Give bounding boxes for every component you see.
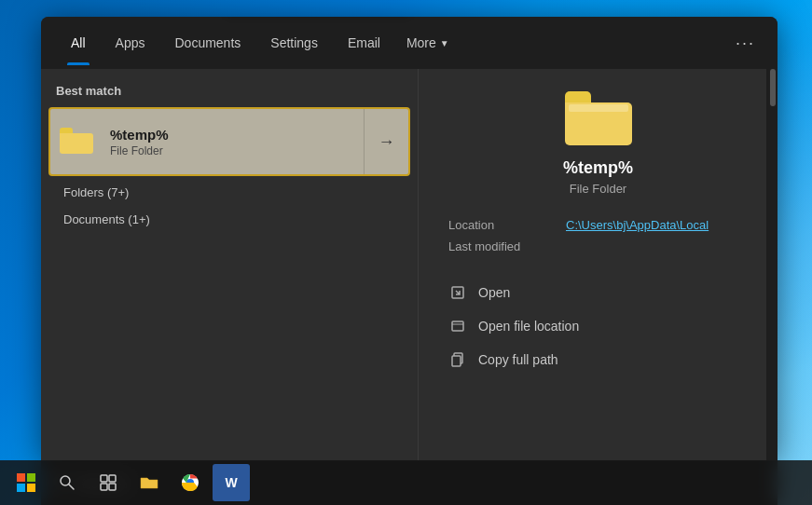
open-file-location-icon	[448, 317, 467, 335]
action-list: Open Open file location	[448, 276, 748, 376]
svg-rect-1	[452, 321, 463, 331]
folders-section[interactable]: Folders (7+)	[48, 180, 410, 205]
svg-rect-10	[109, 475, 116, 482]
folder-shine	[569, 104, 628, 112]
tab-documents[interactable]: Documents	[159, 20, 255, 65]
more-options-button[interactable]: ···	[728, 26, 763, 61]
task-view-button[interactable]	[89, 464, 127, 501]
taskbar-search-button[interactable]	[48, 464, 86, 501]
scrollbar-thumb[interactable]	[770, 69, 776, 106]
left-panel: Best match %temp% File Folder	[41, 69, 419, 460]
best-match-item[interactable]: %temp% File Folder →	[48, 107, 410, 176]
best-match-type: File Folder	[110, 144, 356, 157]
svg-rect-6	[17, 484, 25, 492]
svg-rect-3	[452, 356, 461, 366]
folder-body	[60, 133, 93, 154]
tab-all[interactable]: All	[56, 20, 101, 65]
folder-icon-large	[565, 91, 632, 147]
svg-rect-12	[109, 484, 116, 490]
tab-settings[interactable]: Settings	[255, 20, 333, 65]
best-match-text: %temp% File Folder	[103, 116, 364, 169]
location-label: Location	[448, 218, 551, 232]
main-content: Best match %temp% File Folder	[41, 69, 778, 460]
svg-rect-9	[101, 475, 107, 482]
best-match-open-arrow[interactable]: →	[364, 109, 408, 174]
start-menu: All Apps Documents Settings Email More ▼…	[41, 17, 778, 460]
detail-type: File Folder	[448, 182, 748, 196]
tab-more[interactable]: More ▼	[395, 20, 461, 65]
svg-rect-5	[27, 473, 35, 482]
right-panel: %temp% File Folder Location C:\Users\bj\…	[419, 69, 778, 460]
scrollbar[interactable]	[766, 69, 778, 460]
tab-email[interactable]: Email	[333, 20, 395, 65]
best-match-name: %temp%	[110, 127, 356, 143]
word-button[interactable]: W	[213, 464, 250, 501]
action-copy-path[interactable]: Copy full path	[448, 343, 748, 376]
action-open-file-location[interactable]: Open file location	[448, 309, 748, 343]
location-value[interactable]: C:\Users\bj\AppData\Local	[566, 218, 709, 232]
location-row: Location C:\Users\bj\AppData\Local	[448, 218, 748, 232]
tab-apps[interactable]: Apps	[101, 20, 160, 65]
windows-start-button[interactable]	[7, 464, 45, 501]
open-icon	[448, 283, 467, 302]
copy-path-icon	[448, 350, 467, 369]
taskbar: W	[0, 460, 812, 505]
folder-icon-small	[60, 128, 93, 156]
best-match-label: Best match	[41, 76, 418, 103]
chrome-button[interactable]	[172, 464, 209, 501]
last-modified-label: Last modified	[448, 239, 551, 253]
word-icon-label: W	[225, 475, 237, 490]
chevron-down-icon: ▼	[440, 38, 449, 48]
documents-section[interactable]: Documents (1+)	[48, 207, 410, 232]
svg-rect-4	[17, 473, 25, 482]
file-explorer-button[interactable]	[131, 464, 168, 501]
folder-icon-small-container	[50, 109, 103, 174]
detail-name: %temp%	[448, 158, 748, 178]
svg-rect-7	[27, 484, 35, 492]
large-folder-wrapper	[448, 91, 748, 147]
tab-bar: All Apps Documents Settings Email More ▼…	[41, 17, 778, 69]
action-open[interactable]: Open	[448, 276, 748, 309]
svg-rect-11	[101, 484, 107, 490]
last-modified-row: Last modified	[448, 239, 748, 253]
